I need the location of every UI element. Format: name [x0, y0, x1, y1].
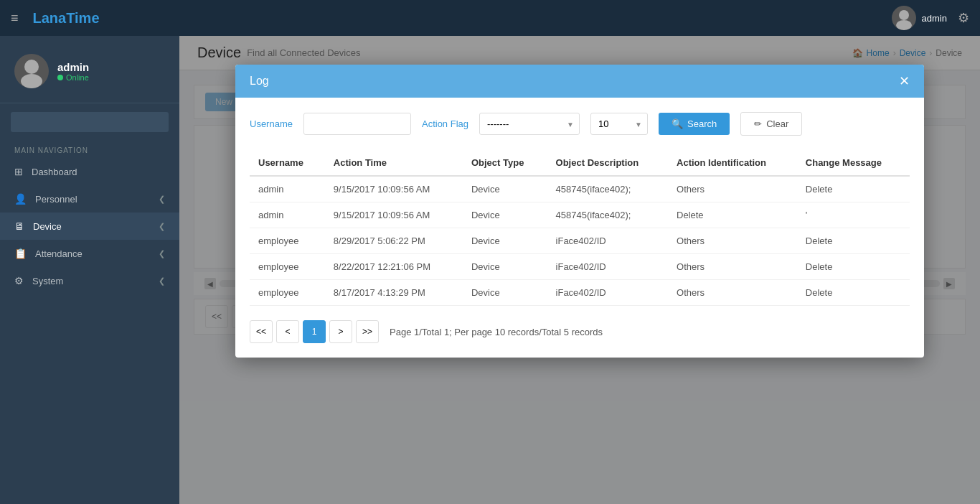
search-button[interactable]: 🔍 Search: [659, 113, 730, 135]
cell-username[interactable]: employee: [250, 280, 325, 306]
cell-action-id[interactable]: Delete: [668, 202, 797, 228]
modal-close-button[interactable]: ✕: [899, 75, 910, 88]
cell-change-msg[interactable]: Delete: [797, 228, 910, 254]
cell-object-desc[interactable]: 458745(iface402);: [547, 176, 668, 202]
username-filter-input[interactable]: [303, 113, 411, 135]
sidebar-user-info: admin Online: [57, 61, 89, 82]
search-label: Search: [687, 118, 717, 129]
attendance-icon: 📋: [14, 248, 27, 259]
cell-username[interactable]: employee: [250, 254, 325, 280]
cell-object-type: Device: [463, 280, 547, 306]
count-select-wrapper: 10 25 50 100 ▼: [590, 113, 648, 135]
col-object-desc: Object Description: [547, 150, 668, 176]
action-flag-select[interactable]: ------- Create Update Delete: [479, 113, 580, 135]
count-select[interactable]: 10 25 50 100: [590, 113, 648, 135]
personnel-icon: 👤: [14, 193, 27, 205]
sidebar-item-attendance[interactable]: 📋 Attendance ❮: [0, 240, 179, 267]
cell-username[interactable]: admin: [250, 176, 325, 202]
search-icon: 🔍: [672, 118, 683, 129]
sidebar-item-personnel[interactable]: 👤 Personnel ❮: [0, 185, 179, 213]
cell-action-time: 8/29/2017 5:06:22 PM: [325, 228, 463, 254]
log-table: Username Action Time Object Type Object …: [250, 150, 910, 306]
clear-label: Clear: [766, 118, 788, 129]
sidebar-item-label: Dashboard: [32, 167, 77, 177]
layout: admin Online MAIN NAVIGATION ⊞ Dashboard…: [0, 36, 980, 504]
cell-object-type: Device: [463, 228, 547, 254]
page-first-button[interactable]: <<: [250, 320, 273, 343]
table-row: employee8/22/2017 12:21:06 PMDeviceiFace…: [250, 254, 910, 280]
cell-action-id[interactable]: Others: [668, 254, 797, 280]
cell-object-desc[interactable]: iFace402/ID: [547, 280, 668, 306]
sidebar-item-label: Attendance: [35, 248, 83, 259]
top-username: admin: [922, 13, 947, 24]
device-icon: 🖥: [14, 220, 24, 232]
sidebar-search-input[interactable]: [11, 112, 169, 132]
chevron-icon: ❮: [159, 249, 165, 258]
cell-object-desc[interactable]: 458745(iface402);: [547, 202, 668, 228]
col-object-type: Object Type: [463, 150, 547, 176]
online-badge: Online: [57, 73, 89, 82]
online-dot: [57, 75, 63, 80]
page-next-button[interactable]: >: [329, 320, 352, 343]
filter-row: Username Action Flag ------- Create Upda…: [250, 112, 910, 136]
top-avatar: [892, 6, 916, 30]
col-username: Username: [250, 150, 325, 176]
table-row: admin9/15/2017 10:09:56 AMDevice458745(i…: [250, 202, 910, 228]
hamburger-menu[interactable]: ≡: [11, 11, 19, 26]
nav-section-label: MAIN NAVIGATION: [0, 141, 179, 158]
page-1-button[interactable]: 1: [303, 320, 326, 343]
pagination-area: << < 1 > >> Page 1/Total 1; Per page 10 …: [250, 320, 910, 343]
top-navbar: ≡ LanaTime admin ⚙: [0, 0, 980, 36]
cell-object-desc[interactable]: iFace402/ID: [547, 228, 668, 254]
action-flag-select-wrapper: ------- Create Update Delete ▼: [479, 113, 580, 135]
log-modal: Log ✕ Username Action Flag ------- Creat…: [235, 65, 924, 358]
modal-title: Log: [250, 75, 269, 88]
nav-right: admin ⚙: [892, 6, 969, 30]
cell-action-time: 8/17/2017 4:13:29 PM: [325, 280, 463, 306]
svg-point-2: [24, 60, 39, 74]
sidebar-item-label: Personnel: [35, 194, 77, 205]
cell-change-msg[interactable]: Delete: [797, 280, 910, 306]
sidebar: admin Online MAIN NAVIGATION ⊞ Dashboard…: [0, 36, 179, 504]
modal-header: Log ✕: [235, 65, 924, 98]
gear-icon[interactable]: ⚙: [958, 10, 969, 26]
brand-logo: LanaTime: [33, 10, 100, 27]
sidebar-avatar: [14, 54, 49, 88]
system-icon: ⚙: [14, 275, 24, 286]
cell-object-desc[interactable]: iFace402/ID: [547, 254, 668, 280]
sidebar-item-device[interactable]: 🖥 Device ❮: [0, 213, 179, 240]
sidebar-search: [0, 103, 179, 141]
main-content: Device Find all Connected Devices 🏠 Home…: [179, 36, 980, 504]
sidebar-item-label: Device: [33, 221, 62, 232]
sidebar-item-system[interactable]: ⚙ System ❮: [0, 267, 179, 294]
clear-button[interactable]: ✏ Clear: [740, 112, 802, 136]
sidebar-item-label: System: [32, 276, 63, 286]
cell-change-msg[interactable]: Delete: [797, 176, 910, 202]
table-row: admin9/15/2017 10:09:56 AMDevice458745(i…: [250, 176, 910, 202]
cell-object-type: Device: [463, 202, 547, 228]
table-row: employee8/29/2017 5:06:22 PMDeviceiFace4…: [250, 228, 910, 254]
chevron-icon: ❮: [159, 222, 165, 231]
cell-username[interactable]: admin: [250, 202, 325, 228]
cell-username[interactable]: employee: [250, 228, 325, 254]
sidebar-user-section: admin Online: [0, 43, 179, 103]
cell-action-id[interactable]: Others: [668, 176, 797, 202]
modal-overlay: Log ✕ Username Action Flag ------- Creat…: [179, 36, 980, 504]
clear-icon: ✏: [754, 118, 762, 129]
modal-body: Username Action Flag ------- Create Upda…: [235, 98, 924, 358]
table-row: employee8/17/2017 4:13:29 PMDeviceiFace4…: [250, 280, 910, 306]
cell-action-id[interactable]: Others: [668, 280, 797, 306]
sidebar-item-dashboard[interactable]: ⊞ Dashboard: [0, 158, 179, 185]
username-label: Username: [250, 118, 293, 129]
sidebar-username: admin: [57, 61, 89, 73]
cell-change-msg[interactable]: ': [797, 202, 910, 228]
cell-action-id[interactable]: Others: [668, 228, 797, 254]
cell-object-type: Device: [463, 254, 547, 280]
svg-point-0: [899, 10, 909, 20]
chevron-icon: ❮: [159, 276, 165, 286]
action-flag-label: Action Flag: [422, 118, 468, 129]
page-last-button[interactable]: >>: [356, 320, 379, 343]
cell-change-msg[interactable]: Delete: [797, 254, 910, 280]
cell-action-time: 8/22/2017 12:21:06 PM: [325, 254, 463, 280]
page-prev-button[interactable]: <: [276, 320, 299, 343]
